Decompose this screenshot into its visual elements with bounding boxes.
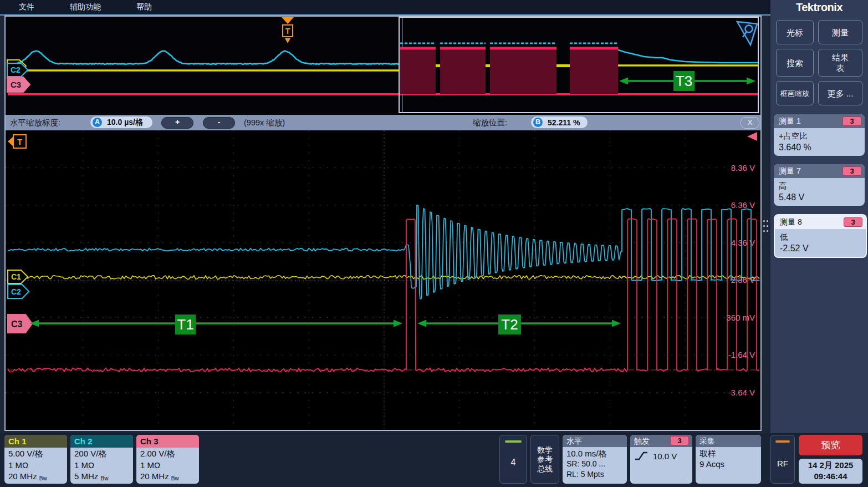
t2-annotation-label: T2 [498,314,521,334]
ch2-waveform[interactable] [8,205,759,300]
zoom-position-knob[interactable]: B 52.211 % [531,116,588,128]
svg-text:C2: C2 [11,287,21,296]
source-badge: 3 [843,116,861,126]
source-badge: 3 [843,166,861,176]
trigger-level-clamp-icon[interactable] [747,132,757,141]
measurement-title: 测量 1 [779,116,801,125]
axis-label: -1.64 V [728,350,755,359]
rf-label: RF [771,459,794,468]
zoom-scale-knob[interactable]: A 10.0 µs/格 [90,116,152,128]
ch3-bandwidth: 20 MHz Bw [140,471,195,484]
right-sidebar: Tektronix 光标 测量 搜索 结果表 框画缩放 更多 ... 测量 1 … [770,0,868,433]
horizontal-title: 水平 [563,435,627,447]
channel-badge-ch1[interactable]: Ch 1 5.00 V/格 1 MΩ 20 MHz Bw [4,435,67,484]
more-button[interactable]: 更多 ... [818,81,862,105]
measurement-value: 3.640 % [779,141,860,154]
ch1-waveform[interactable] [8,276,759,279]
trigger-title: 触发 [634,437,650,445]
overview-waveforms: C2C3 [6,17,760,115]
display-frame: C2C3 T T3 水平缩放标度: A 10.0 µs/格 + - [4,16,762,431]
acquisition-panel[interactable]: 采集 取样 9 Acqs [696,435,761,484]
tektronix-logo: Tektronix [770,1,868,16]
ch3-waveform[interactable] [8,219,759,372]
ch1-bandwidth: 20 MHz Bw [8,471,63,484]
zoom-in-button[interactable]: + [161,117,193,129]
zoom-overview-icon[interactable] [736,20,759,47]
t1-annotation-label: T1 [175,314,196,334]
preview-button[interactable]: 预览 [799,435,862,455]
oscilloscope-screen: 文件 辅助功能 帮助 C2C3 T T3 水平缩放标度: [0,0,868,487]
cursors-button[interactable]: 光标 [776,20,814,44]
t3-annotation-label: T3 [673,71,695,91]
overview-burst-blocks [400,43,618,94]
ch2-impedance: 1 MΩ [74,460,129,471]
svg-text:C3: C3 [11,319,23,329]
trigger-time-marker[interactable]: T [8,135,26,148]
results-table-button[interactable]: 结果表 [818,49,862,77]
knob-b-icon: B [533,118,543,127]
source-badge: 3 [844,217,862,227]
ch2-scale: 200 V/格 [74,448,129,460]
measurement-value: 5.48 V [779,191,860,204]
rf-color-line [775,440,790,443]
add-channel-4-button[interactable]: 4 [499,435,527,484]
zoom-out-button[interactable]: - [203,117,235,129]
waveform-overview[interactable]: C2C3 T T3 [6,17,760,115]
axis-labels: 8.36 V6.36 V4.36 V2.36 V360 mV-1.64 V-3.… [726,163,755,397]
zoom-scale-label: 水平缩放标度: [10,118,60,128]
draw-a-box-button[interactable]: 框画缩放 [776,81,814,105]
axis-label: 360 mV [726,313,755,322]
overview-ch2-decay[interactable] [618,50,758,63]
measurement-card-1[interactable]: 测量 1 3 +占空比 3.640 % [774,114,865,156]
overview-ch2-trace[interactable] [8,51,399,64]
ch4-color-line [505,440,522,443]
search-button[interactable]: 搜索 [776,49,814,77]
menu-help[interactable]: 帮助 [136,2,152,12]
measure-button[interactable]: 测量 [818,20,862,44]
svg-text:C1: C1 [11,272,21,281]
rising-edge-icon [634,450,649,461]
ch4-label: 4 [500,458,527,468]
ch2-header: Ch 2 [70,435,133,448]
zoom-factor-label: (999x 缩放) [244,118,285,128]
measurement-card-8[interactable]: 测量 8 3 低 -2.52 V [774,214,867,258]
trigger-panel[interactable]: 触发 3 10.0 V [630,435,692,484]
horizontal-panel[interactable]: 水平 10.0 ms/格 SR: 50.0 ... RL: 5 Mpts [563,435,627,484]
trigger-letter: T [285,27,290,35]
channel-badge-ch3[interactable]: Ch 3 2.00 V/格 1 MΩ 20 MHz Bw [136,435,199,484]
acquisition-count: 9 Acqs [699,459,757,469]
svg-text:T: T [17,137,22,146]
knob-a-icon: A [93,118,102,127]
menu-file[interactable]: 文件 [19,2,34,12]
zoom-close-button[interactable]: X [741,117,759,129]
math-ref-bus-button[interactable]: 数学 参考 总线 [530,435,559,484]
ch1-impedance: 1 MΩ [8,460,63,471]
ch2-position-tag[interactable]: C2 [8,285,29,298]
panel-splitter-handle[interactable] [763,220,770,235]
ch1-header: Ch 1 [4,435,67,448]
record-length: RL: 5 Mpts [566,469,623,480]
zoom-scale-bar: 水平缩放标度: A 10.0 µs/格 + - (999x 缩放) 缩放位置: … [6,115,760,130]
menu-utility[interactable]: 辅助功能 [70,2,101,12]
measurement-card-7[interactable]: 测量 7 3 高 5.48 V [774,164,865,206]
trigger-source-badge: 3 [670,436,689,445]
sample-rate: SR: 50.0 ... [566,459,623,469]
ch1-position-tag[interactable]: C1 [8,270,28,283]
acquisition-mode: 取样 [699,448,757,459]
measurement-name: 高 [779,180,860,191]
trigger-level: 10.0 V [653,451,677,461]
measurement-title: 测量 7 [779,166,801,175]
waveform-display[interactable]: 8.36 V6.36 V4.36 V2.36 V360 mV-1.64 V-3.… [6,130,760,430]
axis-label: 2.36 V [731,275,755,285]
ch3-impedance: 1 MΩ [140,460,195,471]
trigger-arrow-icon [282,17,294,24]
rf-button[interactable]: RF [770,435,795,484]
ch3-header: Ch 3 [136,435,199,448]
axis-label: -3.64 V [728,388,755,397]
ch1-scale: 5.00 V/格 [8,448,63,460]
overview-ch3-tag[interactable]: C3 [7,77,30,92]
trigger-position-icon[interactable]: T [281,17,294,44]
zoom-position-label: 缩放位置: [473,118,507,128]
channel-badge-ch2[interactable]: Ch 2 200 V/格 1 MΩ 5 MHz Bw [70,435,133,484]
ch3-position-tag[interactable]: C3 [8,314,32,333]
